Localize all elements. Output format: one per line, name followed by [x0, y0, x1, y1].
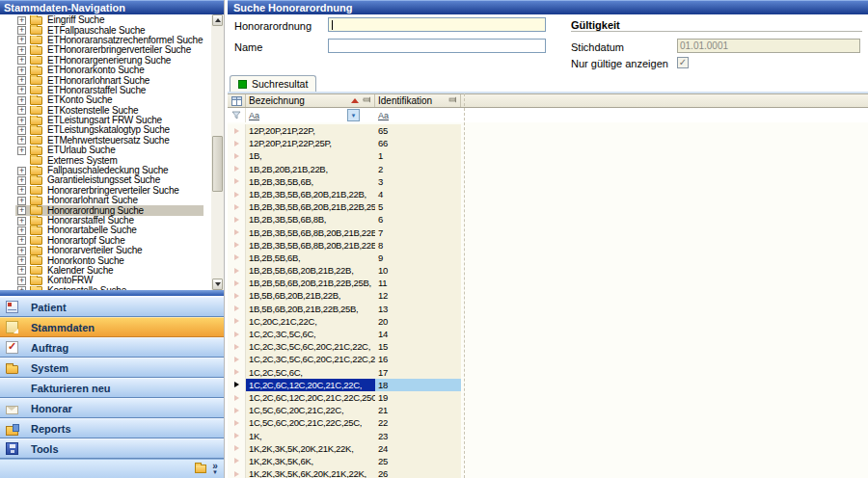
tree-item[interactable]: + Externes System: [15, 155, 203, 165]
cell-identifikation[interactable]: 18: [375, 379, 461, 391]
cell-bezeichnung[interactable]: 12P,20P,21P,22P,: [246, 124, 375, 137]
cell-identifikation[interactable]: 22: [375, 416, 461, 429]
cell-bezeichnung[interactable]: 1C,5C,6C,20C,21C,22C,: [246, 404, 375, 416]
table-row[interactable]: 1B,2B,5B,6B,20B,21B,22B,25B, 11: [228, 277, 868, 289]
expand-plus-icon[interactable]: +: [17, 86, 26, 94]
expand-plus-icon[interactable]: +: [17, 206, 26, 215]
tree-item[interactable]: + Eingriff Suche: [15, 15, 203, 25]
cell-identifikation[interactable]: 25: [375, 455, 461, 467]
tree-item[interactable]: + ETKonto Suche: [15, 95, 203, 105]
cell-identifikation[interactable]: 66: [375, 137, 461, 149]
cell-identifikation[interactable]: 9: [375, 252, 461, 264]
filter-bezeichnung[interactable]: Aa ▼: [246, 108, 375, 122]
tree-item[interactable]: + ETFallpauschale Suche: [15, 25, 203, 35]
table-row[interactable]: 1B,2B,3B,5B,6B,8B, 6: [228, 213, 868, 226]
table-row[interactable]: 1B,2B,3B,5B,6B,20B,21B,22B,25B, 5: [228, 200, 868, 213]
tree-item[interactable]: + ETHonoraransatzrechenformel Suche: [15, 36, 203, 45]
stichdatum-input[interactable]: 01.01.0001: [677, 39, 860, 53]
cell-identifikation[interactable]: 6: [375, 213, 461, 226]
table-row[interactable]: 1K,2K,3K,5K,20K,21K,22K, 24: [228, 442, 868, 455]
cell-bezeichnung[interactable]: 1B,2B,3B,5B,6B,20B,21B,22B,25B,: [246, 200, 375, 213]
tree-item[interactable]: + Kalender Suche: [15, 266, 203, 276]
cell-identifikation[interactable]: 16: [375, 353, 461, 365]
tab-suchresultat[interactable]: Suchresultat: [230, 75, 316, 92]
cell-bezeichnung[interactable]: 1B,5B,6B,20B,21B,22B,: [246, 289, 375, 302]
cell-bezeichnung[interactable]: 1B,2B,20B,21B,22B,: [246, 163, 375, 175]
tree-item[interactable]: + Honorarerbringerverteiler Suche: [15, 186, 203, 196]
accordion-item[interactable]: Patient: [0, 297, 224, 317]
accordion-item[interactable]: Honorar: [0, 398, 224, 418]
cell-identifikation[interactable]: 21: [375, 404, 461, 416]
expand-plus-icon[interactable]: +: [17, 46, 26, 55]
tree-item[interactable]: + ETHonorarkonto Suche: [15, 66, 203, 75]
table-row[interactable]: 12P,20P,21P,22P, 65: [228, 124, 868, 137]
column-chooser-button[interactable]: [228, 94, 246, 107]
cell-identifikation[interactable]: 13: [375, 303, 461, 315]
cell-bezeichnung[interactable]: 1C,20C,21C,22C,: [246, 315, 375, 328]
cell-identifikation[interactable]: 23: [375, 430, 461, 442]
accordion-item[interactable]: System: [0, 358, 224, 378]
table-row[interactable]: 1C,2C,6C,12C,20C,21C,22C, 18: [228, 379, 868, 391]
tree-item[interactable]: + ETUrlaub Suche: [15, 146, 203, 155]
table-row[interactable]: 1C,2C,3C,5C,6C,20C,21C,22C, 15: [228, 340, 868, 353]
cell-identifikation[interactable]: 5: [375, 200, 461, 213]
cell-bezeichnung[interactable]: 1B,2B,3B,5B,6B,: [246, 175, 375, 188]
nur-gueltige-checkbox[interactable]: ✓: [677, 57, 689, 68]
pin-icon[interactable]: [363, 96, 371, 105]
cell-identifikation[interactable]: 8: [375, 239, 461, 252]
cell-bezeichnung[interactable]: 1B,2B,5B,6B,: [246, 252, 375, 264]
expand-plus-icon[interactable]: +: [17, 26, 26, 35]
cell-identifikation[interactable]: 20: [375, 315, 461, 328]
new-folder-icon[interactable]: [195, 465, 206, 473]
cell-bezeichnung[interactable]: 1B,2B,3B,5B,6B,8B,20B,21B,22B,25B,: [246, 239, 375, 252]
tree-item[interactable]: + Honorarstaffel Suche: [15, 216, 203, 226]
honorarordnung-input[interactable]: [328, 17, 546, 32]
cell-identifikation[interactable]: 4: [375, 188, 461, 200]
table-row[interactable]: 1B,2B,20B,21B,22B, 2: [228, 163, 868, 175]
table-row[interactable]: 1C,2C,3C,5C,6C,20C,21C,22C,25C, 16: [228, 353, 868, 365]
table-row[interactable]: 1B,2B,3B,5B,6B,8B,20B,21B,22B,25B, 8: [228, 239, 868, 252]
tree-item[interactable]: + Honorartopf Suche: [15, 236, 203, 246]
table-row[interactable]: 1C,5C,6C,20C,21C,22C,25C, 22: [228, 416, 868, 429]
table-row[interactable]: 1C,2C,3C,5C,6C, 14: [228, 328, 868, 340]
filter-funnel-button[interactable]: [228, 108, 246, 122]
cell-bezeichnung[interactable]: 1B,2B,3B,5B,6B,8B,: [246, 213, 375, 226]
tree-item[interactable]: + Honorarordnung Suche: [15, 205, 203, 215]
tree-item[interactable]: + Garantieleistungsset Suche: [15, 175, 203, 185]
cell-bezeichnung[interactable]: 1K,2K,3K,5K,20K,21K,22K,: [246, 442, 375, 455]
tree-item[interactable]: + ETKostenstelle Suche: [15, 106, 203, 116]
cell-bezeichnung[interactable]: 1B,2B,3B,5B,6B,8B,20B,21B,22B,: [246, 226, 375, 239]
cell-identifikation[interactable]: 24: [375, 442, 461, 455]
pin-icon[interactable]: [448, 96, 457, 105]
tree-item[interactable]: + ETLeistungskatalogtyp Suche: [15, 125, 203, 135]
table-row[interactable]: 1B,2B,5B,6B,20B,21B,22B, 10: [228, 264, 868, 277]
scroll-down-button[interactable]: [212, 279, 223, 290]
table-row[interactable]: 1C,2C,5C,6C, 17: [228, 366, 868, 379]
cell-identifikation[interactable]: 2: [375, 163, 461, 175]
expand-plus-icon[interactable]: +: [17, 266, 26, 275]
cell-bezeichnung[interactable]: 1K,2K,3K,5K,6K,20K,21K,22K,: [246, 467, 375, 478]
expand-plus-icon[interactable]: +: [17, 36, 26, 44]
expand-plus-icon[interactable]: +: [17, 236, 26, 245]
cell-bezeichnung[interactable]: 1C,5C,6C,20C,21C,22C,25C,: [246, 416, 375, 429]
expand-plus-icon[interactable]: +: [17, 66, 26, 75]
cell-identifikation[interactable]: 11: [375, 277, 461, 289]
scroll-up-button[interactable]: [212, 14, 223, 26]
expand-plus-icon[interactable]: +: [17, 186, 26, 195]
cell-identifikation[interactable]: 26: [375, 467, 461, 478]
cell-identifikation[interactable]: 17: [375, 366, 461, 379]
name-input[interactable]: [328, 39, 546, 53]
tree-item[interactable]: + Honorartabelle Suche: [15, 226, 203, 235]
tree-item[interactable]: + ETHonorarerbringerverteiler Suche: [15, 45, 203, 55]
expand-plus-icon[interactable]: +: [17, 217, 26, 226]
filter-dropdown-button[interactable]: ▼: [347, 109, 360, 121]
expand-plus-icon[interactable]: +: [17, 16, 26, 25]
accordion-item[interactable]: Tools: [0, 438, 224, 459]
tree-item[interactable]: + Honorkonto Suche: [15, 255, 203, 265]
table-row[interactable]: 12P,20P,21P,22P,25P, 66: [228, 137, 868, 149]
table-row[interactable]: 1B, 1: [228, 149, 868, 162]
cell-identifikation[interactable]: 1: [375, 149, 461, 162]
scrollbar-thumb[interactable]: [212, 136, 223, 192]
tree-item[interactable]: + ETHonorargenerierung Suche: [15, 56, 203, 66]
cell-identifikation[interactable]: 12: [375, 289, 461, 302]
